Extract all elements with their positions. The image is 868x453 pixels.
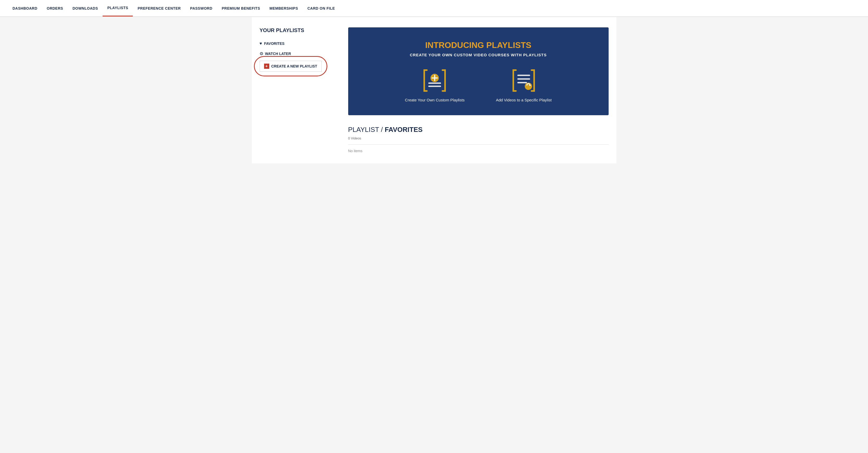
sidebar-item-watch-later-label: WATCH LATER: [265, 52, 291, 56]
top-navigation: DASHBOARD ORDERS DOWNLOADS PLAYLISTS PRE…: [0, 0, 868, 17]
main-content: YOUR PLAYLISTS ♥ FAVORITES ⊙ WATCH LATER…: [252, 17, 616, 163]
create-playlist-icon: [422, 67, 448, 93]
create-playlist-wrapper: + CREATE A NEW PLAYLIST: [260, 61, 322, 72]
sidebar: YOUR PLAYLISTS ♥ FAVORITES ⊙ WATCH LATER…: [260, 27, 338, 153]
nav-orders[interactable]: ORDERS: [42, 1, 68, 16]
nav-preference-center[interactable]: PREFERENCE CENTER: [133, 1, 185, 16]
nav-playlists[interactable]: PLAYLISTS: [103, 0, 133, 17]
playlist-heading-prefix: PLAYLIST /: [348, 125, 385, 134]
sidebar-item-watch-later[interactable]: ⊙ WATCH LATER: [260, 49, 338, 59]
sidebar-item-favorites[interactable]: ♥ FAVORITES: [260, 38, 338, 49]
promo-subtitle: CREATE YOUR OWN CUSTOM VIDEO COURSES WIT…: [410, 53, 547, 57]
promo-icons: Create Your Own Custom Playlists: [405, 67, 552, 102]
promo-icon-add-videos: Add Videos to a Specific Playlist: [496, 67, 552, 102]
playlist-section: PLAYLIST / FAVORITES 0 Videos No items: [348, 125, 609, 153]
promo-banner: INTRODUCING PLAYLISTS CREATE YOUR OWN CU…: [348, 27, 609, 115]
promo-icon-create: Create Your Own Custom Playlists: [405, 67, 465, 102]
playlist-heading-bold: FAVORITES: [385, 125, 423, 134]
add-videos-label: Add Videos to a Specific Playlist: [496, 98, 552, 102]
nav-card-on-file[interactable]: CARD ON FILE: [303, 1, 340, 16]
create-playlist-button[interactable]: + CREATE A NEW PLAYLIST: [260, 61, 322, 72]
add-videos-icon: [511, 67, 537, 93]
no-items-text: No items: [348, 149, 609, 153]
nav-memberships[interactable]: MEMBERSHIPS: [265, 1, 303, 16]
clock-icon: ⊙: [260, 51, 263, 56]
promo-title: INTRODUCING PLAYLISTS: [425, 40, 531, 50]
sidebar-item-favorites-label: FAVORITES: [264, 41, 284, 46]
nav-premium-benefits[interactable]: PREMIUM BENEFITS: [217, 1, 265, 16]
nav-password[interactable]: PASSWORD: [185, 1, 217, 16]
create-playlist-label: Create Your Own Custom Playlists: [405, 98, 465, 102]
nav-downloads[interactable]: DOWNLOADS: [68, 1, 103, 16]
create-playlist-label: CREATE A NEW PLAYLIST: [271, 64, 317, 68]
sidebar-title: YOUR PLAYLISTS: [260, 27, 338, 33]
plus-icon: +: [264, 64, 269, 69]
video-count: 0 Videos: [348, 136, 609, 140]
playlist-heading: PLAYLIST / FAVORITES: [348, 125, 609, 134]
divider: [348, 144, 609, 145]
nav-dashboard[interactable]: DASHBOARD: [8, 1, 42, 16]
content-area: INTRODUCING PLAYLISTS CREATE YOUR OWN CU…: [348, 27, 609, 153]
heart-icon: ♥: [260, 41, 262, 46]
